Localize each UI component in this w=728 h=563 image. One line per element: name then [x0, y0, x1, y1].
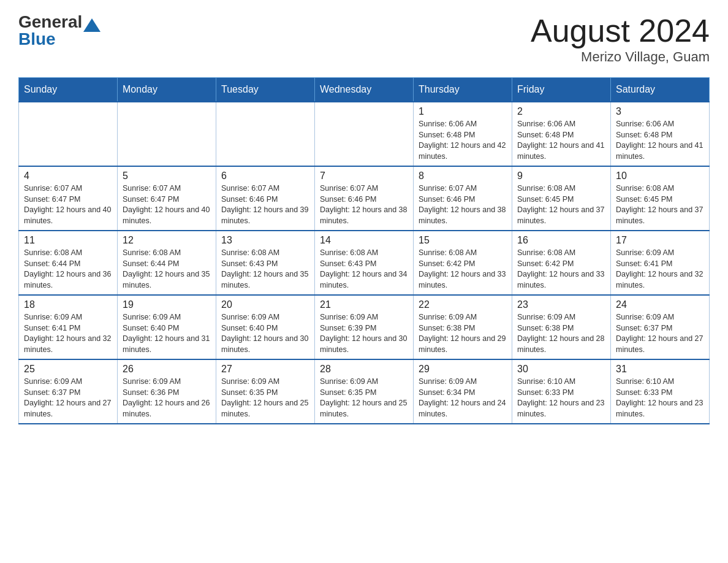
- calendar-cell: 1Sunrise: 6:06 AMSunset: 6:48 PMDaylight…: [414, 102, 512, 166]
- day-info: Sunrise: 6:06 AMSunset: 6:48 PMDaylight:…: [517, 119, 605, 162]
- day-number: 7: [320, 170, 408, 182]
- day-number: 29: [419, 364, 507, 375]
- day-number: 8: [419, 170, 507, 182]
- calendar-cell: 13Sunrise: 6:08 AMSunset: 6:43 PMDayligh…: [216, 231, 315, 295]
- day-number: 24: [616, 299, 704, 310]
- calendar-cell: 9Sunrise: 6:08 AMSunset: 6:45 PMDaylight…: [512, 166, 611, 231]
- day-number: 17: [616, 235, 704, 246]
- calendar-cell: 27Sunrise: 6:09 AMSunset: 6:35 PMDayligh…: [216, 359, 315, 424]
- calendar-cell: 31Sunrise: 6:10 AMSunset: 6:33 PMDayligh…: [611, 359, 710, 424]
- calendar-cell: 12Sunrise: 6:08 AMSunset: 6:44 PMDayligh…: [118, 231, 216, 295]
- day-info: Sunrise: 6:08 AMSunset: 6:42 PMDaylight:…: [517, 248, 605, 291]
- calendar-week-row: 1Sunrise: 6:06 AMSunset: 6:48 PMDaylight…: [19, 102, 710, 166]
- day-info: Sunrise: 6:07 AMSunset: 6:46 PMDaylight:…: [419, 183, 507, 226]
- calendar-cell: 15Sunrise: 6:08 AMSunset: 6:42 PMDayligh…: [414, 231, 512, 295]
- page-header: General Blue August 2024 Merizo Village,…: [18, 12, 710, 65]
- day-number: 6: [221, 170, 309, 182]
- day-number: 31: [616, 364, 704, 375]
- day-info: Sunrise: 6:08 AMSunset: 6:45 PMDaylight:…: [517, 183, 605, 226]
- day-number: 26: [123, 364, 211, 375]
- day-number: 30: [517, 364, 605, 375]
- day-info: Sunrise: 6:06 AMSunset: 6:48 PMDaylight:…: [616, 119, 704, 162]
- calendar-cell: 10Sunrise: 6:08 AMSunset: 6:45 PMDayligh…: [611, 166, 710, 231]
- calendar-cell: 4Sunrise: 6:07 AMSunset: 6:47 PMDaylight…: [19, 166, 118, 231]
- calendar-cell: 25Sunrise: 6:09 AMSunset: 6:37 PMDayligh…: [19, 359, 118, 424]
- calendar-cell: 21Sunrise: 6:09 AMSunset: 6:39 PMDayligh…: [315, 295, 414, 359]
- day-info: Sunrise: 6:09 AMSunset: 6:38 PMDaylight:…: [517, 312, 605, 355]
- day-number: 14: [320, 235, 408, 246]
- calendar-cell: 16Sunrise: 6:08 AMSunset: 6:42 PMDayligh…: [512, 231, 611, 295]
- calendar-header-row: SundayMondayTuesdayWednesdayThursdayFrid…: [19, 78, 710, 102]
- day-info: Sunrise: 6:09 AMSunset: 6:37 PMDaylight:…: [616, 312, 704, 355]
- day-info: Sunrise: 6:09 AMSunset: 6:40 PMDaylight:…: [123, 312, 211, 355]
- calendar-cell: 17Sunrise: 6:09 AMSunset: 6:41 PMDayligh…: [611, 231, 710, 295]
- calendar-cell: 2Sunrise: 6:06 AMSunset: 6:48 PMDaylight…: [512, 102, 611, 166]
- day-of-week-header: Friday: [512, 78, 611, 102]
- calendar-week-row: 18Sunrise: 6:09 AMSunset: 6:41 PMDayligh…: [19, 295, 710, 359]
- day-number: 9: [517, 170, 605, 182]
- calendar-cell: 11Sunrise: 6:08 AMSunset: 6:44 PMDayligh…: [19, 231, 118, 295]
- calendar-cell: 24Sunrise: 6:09 AMSunset: 6:37 PMDayligh…: [611, 295, 710, 359]
- day-number: 5: [123, 170, 211, 182]
- day-info: Sunrise: 6:09 AMSunset: 6:36 PMDaylight:…: [123, 377, 211, 419]
- calendar-week-row: 11Sunrise: 6:08 AMSunset: 6:44 PMDayligh…: [19, 231, 710, 295]
- day-number: 3: [616, 106, 704, 117]
- day-info: Sunrise: 6:09 AMSunset: 6:40 PMDaylight:…: [221, 312, 309, 355]
- calendar-subtitle: Merizo Village, Guam: [531, 49, 710, 65]
- day-number: 28: [320, 364, 408, 375]
- day-info: Sunrise: 6:08 AMSunset: 6:42 PMDaylight:…: [419, 248, 507, 291]
- calendar-cell: 7Sunrise: 6:07 AMSunset: 6:46 PMDaylight…: [315, 166, 414, 231]
- day-info: Sunrise: 6:10 AMSunset: 6:33 PMDaylight:…: [517, 377, 605, 419]
- day-info: Sunrise: 6:09 AMSunset: 6:41 PMDaylight:…: [24, 312, 112, 355]
- calendar-title: August 2024: [531, 12, 710, 49]
- day-info: Sunrise: 6:09 AMSunset: 6:35 PMDaylight:…: [320, 377, 408, 419]
- title-block: August 2024 Merizo Village, Guam: [531, 12, 710, 65]
- calendar-cell: 3Sunrise: 6:06 AMSunset: 6:48 PMDaylight…: [611, 102, 710, 166]
- calendar-cell: 8Sunrise: 6:07 AMSunset: 6:46 PMDaylight…: [414, 166, 512, 231]
- calendar-cell: 28Sunrise: 6:09 AMSunset: 6:35 PMDayligh…: [315, 359, 414, 424]
- day-number: 13: [221, 235, 309, 246]
- calendar-cell: 26Sunrise: 6:09 AMSunset: 6:36 PMDayligh…: [118, 359, 216, 424]
- calendar-cell: 19Sunrise: 6:09 AMSunset: 6:40 PMDayligh…: [118, 295, 216, 359]
- calendar-cell: [118, 102, 216, 166]
- day-number: 11: [24, 235, 112, 246]
- calendar-cell: 23Sunrise: 6:09 AMSunset: 6:38 PMDayligh…: [512, 295, 611, 359]
- calendar-cell: 30Sunrise: 6:10 AMSunset: 6:33 PMDayligh…: [512, 359, 611, 424]
- day-info: Sunrise: 6:07 AMSunset: 6:46 PMDaylight:…: [320, 183, 408, 226]
- logo-general-text: General: [18, 12, 82, 31]
- day-of-week-header: Thursday: [414, 78, 512, 102]
- day-of-week-header: Monday: [118, 78, 216, 102]
- day-number: 2: [517, 106, 605, 117]
- day-number: 21: [320, 299, 408, 310]
- logo-triangle-icon: [83, 18, 100, 32]
- day-number: 19: [123, 299, 211, 310]
- day-number: 25: [24, 364, 112, 375]
- day-number: 20: [221, 299, 309, 310]
- day-number: 12: [123, 235, 211, 246]
- day-number: 4: [24, 170, 112, 182]
- day-number: 16: [517, 235, 605, 246]
- day-number: 1: [419, 106, 507, 117]
- day-info: Sunrise: 6:08 AMSunset: 6:45 PMDaylight:…: [616, 183, 704, 226]
- calendar-cell: 29Sunrise: 6:09 AMSunset: 6:34 PMDayligh…: [414, 359, 512, 424]
- day-info: Sunrise: 6:08 AMSunset: 6:44 PMDaylight:…: [24, 248, 112, 291]
- day-of-week-header: Sunday: [19, 78, 118, 102]
- calendar-table: SundayMondayTuesdayWednesdayThursdayFrid…: [18, 77, 710, 424]
- day-number: 23: [517, 299, 605, 310]
- day-info: Sunrise: 6:08 AMSunset: 6:43 PMDaylight:…: [221, 248, 309, 291]
- day-of-week-header: Tuesday: [216, 78, 315, 102]
- logo-blue-text: Blue: [18, 29, 100, 49]
- day-info: Sunrise: 6:08 AMSunset: 6:44 PMDaylight:…: [123, 248, 211, 291]
- day-info: Sunrise: 6:09 AMSunset: 6:39 PMDaylight:…: [320, 312, 408, 355]
- day-info: Sunrise: 6:06 AMSunset: 6:48 PMDaylight:…: [419, 119, 507, 162]
- calendar-cell: 22Sunrise: 6:09 AMSunset: 6:38 PMDayligh…: [414, 295, 512, 359]
- calendar-cell: 20Sunrise: 6:09 AMSunset: 6:40 PMDayligh…: [216, 295, 315, 359]
- day-number: 15: [419, 235, 507, 246]
- day-number: 18: [24, 299, 112, 310]
- calendar-week-row: 4Sunrise: 6:07 AMSunset: 6:47 PMDaylight…: [19, 166, 710, 231]
- day-info: Sunrise: 6:07 AMSunset: 6:47 PMDaylight:…: [123, 183, 211, 226]
- day-of-week-header: Saturday: [611, 78, 710, 102]
- day-info: Sunrise: 6:08 AMSunset: 6:43 PMDaylight:…: [320, 248, 408, 291]
- calendar-cell: [19, 102, 118, 166]
- day-info: Sunrise: 6:10 AMSunset: 6:33 PMDaylight:…: [616, 377, 704, 419]
